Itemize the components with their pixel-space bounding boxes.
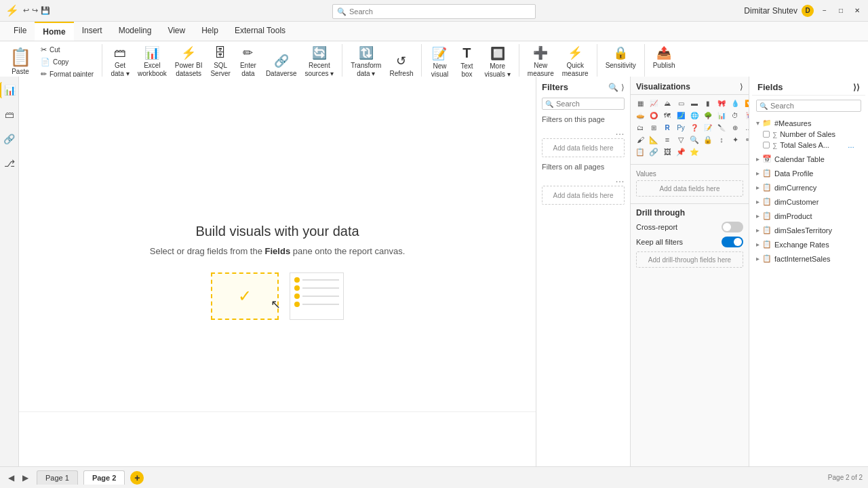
viz-icon-highlight[interactable]: ✦ [730, 134, 741, 145]
viz-icon-table[interactable]: 🗂 [635, 122, 646, 133]
undo-button[interactable]: ↩ [23, 6, 29, 15]
viz-icon-copy[interactable]: 📋 [635, 146, 646, 157]
more-visuals-button[interactable]: 🔲 Morevisuals ▾ [481, 45, 513, 80]
new-visual-button[interactable]: 📝 Newvisual [427, 45, 452, 80]
field-group-data-profile-header[interactable]: ▸ 📋 Data Profile [755, 167, 863, 179]
viz-icon-waterfall[interactable]: 💧 [730, 98, 741, 108]
viz-icon-100col[interactable]: ▮ [703, 98, 713, 108]
viz-icon-matrix[interactable]: ⊞ [648, 122, 659, 133]
field-group-dim-customer-header[interactable]: ▸ 📋 dimCustomer [755, 196, 863, 207]
viz-icon-gauge[interactable]: ⏱ [730, 110, 741, 121]
viz-icon-format[interactable]: 🖌 [635, 134, 646, 145]
transform-data-button[interactable]: 🔃 Transformdata ▾ [348, 44, 384, 79]
field-item-total-sales[interactable]: ∑ Total Sales A... … [755, 140, 863, 150]
field-group-exchange-header[interactable]: ▸ 📋 Exchange Rates [755, 239, 863, 250]
viz-icon-image[interactable]: 🖼 [662, 146, 673, 157]
filters-on-page-drop[interactable]: Add data fields here [542, 138, 625, 157]
viz-icon-kpi[interactable]: 📊 [716, 110, 727, 121]
tab-help[interactable]: Help [193, 22, 226, 41]
filters-search-input[interactable] [556, 100, 621, 108]
field-item-num-sales[interactable]: ∑ Number of Sales [755, 129, 863, 140]
power-bi-datasets-button[interactable]: ⚡ Power BIdatasets [172, 44, 205, 79]
viz-icon-search-vis[interactable]: 🔍 [689, 134, 700, 145]
filters-page-more-icon[interactable]: … [615, 126, 625, 137]
page-tab-2[interactable]: Page 2 [83, 470, 125, 485]
model-view-icon[interactable]: 🔗 [1, 131, 18, 147]
viz-icon-fields2[interactable]: ≡ [662, 134, 673, 145]
viz-icon-100bar[interactable]: ▬ [689, 98, 700, 108]
text-box-button[interactable]: T Textbox [454, 44, 479, 80]
page-prev-button[interactable]: ◀ [5, 472, 17, 484]
dag-view-icon[interactable]: ⎇ [1, 155, 18, 171]
enter-data-button[interactable]: ✏ Enterdata [236, 44, 260, 79]
field-group-measures-header[interactable]: ▾ 📁 #Measures [755, 117, 863, 129]
total-sales-more-icon[interactable]: … [848, 142, 854, 149]
filters-search-icon[interactable]: 🔍 [608, 83, 618, 92]
keep-filters-toggle[interactable] [722, 237, 743, 247]
report-view-icon[interactable]: 📊 [0, 82, 18, 98]
new-measure-button[interactable]: ➕ Newmeasure [525, 44, 557, 79]
quick-measure-button[interactable]: ⚡ Quickmeasure [559, 44, 591, 79]
viz-icon-link[interactable]: 🔗 [648, 146, 659, 157]
viz-icon-filter-vis[interactable]: ▽ [675, 134, 686, 145]
filters-all-pages-drop[interactable]: Add data fields here [542, 186, 625, 205]
publish-button[interactable]: 📤 Publish [650, 44, 678, 71]
redo-button[interactable]: ↪ [32, 6, 38, 15]
field-group-dim-territory-header[interactable]: ▸ 📋 dimSalesTerritory [755, 224, 863, 236]
tab-view[interactable]: View [159, 22, 193, 41]
page-next-button[interactable]: ▶ [20, 472, 31, 484]
copy-button[interactable]: 📄 Copy [38, 56, 96, 68]
viz-icon-pin[interactable]: 📌 [675, 146, 686, 157]
excel-workbook-button[interactable]: 📊 Excelworkbook [135, 44, 170, 79]
viz-icon-funnel[interactable]: 🔽 [743, 98, 749, 108]
values-drop-area[interactable]: Add data fields here [636, 180, 743, 197]
cross-report-toggle[interactable] [722, 222, 743, 232]
viz-icon-azure-map[interactable]: 🌐 [689, 110, 700, 121]
sensitivity-button[interactable]: 🔒 Sensitivity [603, 44, 639, 71]
save-button[interactable]: 💾 [41, 6, 50, 15]
viz-icon-slicer[interactable]: 🔪 [716, 122, 727, 133]
maximize-button[interactable]: □ [835, 5, 846, 16]
viz-icon-decomp[interactable]: 🌳 [703, 110, 713, 121]
filters-all-more-icon[interactable]: … [615, 174, 625, 184]
viz-icon-area[interactable]: ⛰ [662, 98, 673, 108]
cut-button[interactable]: ✂ Cut [38, 44, 96, 56]
close-button[interactable]: ✕ [852, 5, 863, 16]
field-group-dim-currency-header[interactable]: ▸ 📋 dimCurrency [755, 182, 863, 193]
viz-icon-column[interactable]: ▭ [675, 98, 686, 108]
viz-icon-custom[interactable]: ⊕ [730, 122, 741, 133]
dataverse-button[interactable]: 🔗 Dataverse [263, 52, 300, 79]
viz-icon-pie[interactable]: 🥧 [635, 110, 646, 121]
viz-icon-more[interactable]: … [743, 122, 749, 133]
viz-icon-arrows[interactable]: ↕ [716, 134, 727, 145]
viz-icon-edit[interactable]: ✏ [743, 134, 749, 145]
paste-button[interactable]: 📋 Paste [5, 44, 35, 78]
tab-file[interactable]: File [5, 22, 35, 41]
field-group-fact-internet-header[interactable]: ▸ 📋 factInternetSales [755, 253, 863, 264]
data-view-icon[interactable]: 🗃 [2, 106, 17, 123]
viz-icon-donut[interactable]: ⭕ [648, 110, 659, 121]
viz-icon-lock[interactable]: 🔒 [703, 134, 713, 145]
minimize-button[interactable]: − [819, 5, 830, 16]
viz-icon-python[interactable]: Py [675, 122, 686, 133]
tab-insert[interactable]: Insert [74, 22, 111, 41]
viz-icon-r[interactable]: R [662, 122, 673, 133]
viz-icon-ribbon[interactable]: 🎀 [716, 98, 727, 108]
viz-icon-smartnarr[interactable]: 📝 [703, 122, 713, 133]
field-group-calendar-header[interactable]: ▸ 📅 Calendar Table [755, 153, 863, 165]
viz-icon-map[interactable]: 🗺 [662, 110, 673, 121]
field-group-dim-product-header[interactable]: ▸ 📋 dimProduct [755, 210, 863, 222]
tab-external-tools[interactable]: External Tools [226, 22, 294, 41]
viz-icon-bar[interactable]: ▦ [635, 98, 646, 108]
viz-icon-card[interactable]: 🃏 [743, 110, 749, 121]
add-page-button[interactable]: + [130, 471, 144, 485]
filters-expand-icon[interactable]: ⟩ [621, 83, 625, 92]
tab-modeling[interactable]: Modeling [111, 22, 160, 41]
search-input[interactable] [349, 7, 531, 16]
viz-expand-icon[interactable]: ⟩ [740, 82, 743, 92]
viz-icon-qa[interactable]: ❓ [689, 122, 700, 133]
tab-home[interactable]: Home [35, 22, 73, 41]
viz-icon-star[interactable]: ⭐ [689, 146, 700, 157]
viz-icon-analytics[interactable]: 📐 [648, 134, 659, 145]
sql-server-button[interactable]: 🗄 SQLServer [208, 45, 233, 79]
